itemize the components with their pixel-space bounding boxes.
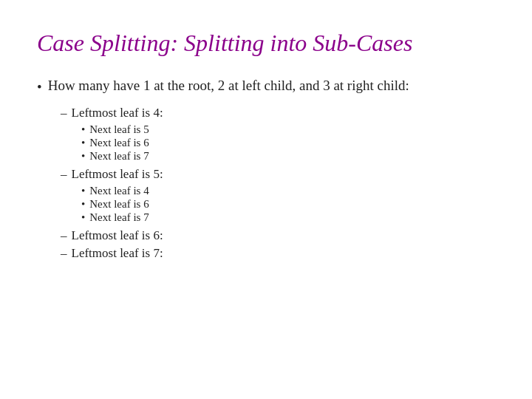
sub-cases-list: – Leftmost leaf is 4: • Next leaf is 5 •… xyxy=(61,106,495,261)
nested-bullet-text-0-0: Next leaf is 5 xyxy=(89,123,149,136)
bullet-dot-1-2: • xyxy=(81,211,85,224)
nested-bullet-text-0-1: Next leaf is 6 xyxy=(89,137,149,149)
dash-3: – xyxy=(61,246,67,261)
dash-item-1: – Leftmost leaf is 5: xyxy=(61,167,495,182)
nested-bullet-text-0-2: Next leaf is 7 xyxy=(89,150,149,163)
nested-bullets-1: • Next leaf is 4 • Next leaf is 6 • Next… xyxy=(81,185,495,224)
dash-item-2: – Leftmost leaf is 6: xyxy=(61,228,495,243)
nested-bullet-1-1: • Next leaf is 6 xyxy=(81,198,495,211)
nested-bullet-1-2: • Next leaf is 7 xyxy=(81,211,495,224)
nested-bullets-0: • Next leaf is 5 • Next leaf is 6 • Next… xyxy=(81,123,495,163)
dash-item-3: – Leftmost leaf is 7: xyxy=(61,246,495,261)
bullet-dot-0-0: • xyxy=(81,123,85,136)
dash-0: – xyxy=(61,106,67,120)
nested-bullet-0-0: • Next leaf is 5 xyxy=(81,123,495,136)
dash-item-0: – Leftmost leaf is 4: xyxy=(61,106,495,120)
main-bullet-text: How many have 1 at the root, 2 at left c… xyxy=(48,78,409,94)
leftmost-label-3: Leftmost leaf is 7: xyxy=(72,246,163,261)
bullet-dot-0-1: • xyxy=(81,137,85,149)
nested-bullet-1-0: • Next leaf is 4 xyxy=(81,185,495,197)
slide-title: Case Splitting: Splitting into Sub-Cases xyxy=(37,30,495,57)
bullet-dot-0-2: • xyxy=(81,150,85,163)
dash-2: – xyxy=(61,228,67,243)
leftmost-label-2: Leftmost leaf is 6: xyxy=(72,228,163,243)
nested-bullet-0-2: • Next leaf is 7 xyxy=(81,150,495,163)
bullet-dot-1-0: • xyxy=(81,185,85,197)
bullet-dot-1-1: • xyxy=(81,198,85,211)
main-bullet-dot: • xyxy=(37,79,42,95)
leftmost-label-1: Leftmost leaf is 5: xyxy=(72,167,163,182)
nested-bullet-0-1: • Next leaf is 6 xyxy=(81,137,495,149)
dash-1: – xyxy=(61,167,67,182)
nested-bullet-text-1-0: Next leaf is 4 xyxy=(89,185,149,197)
nested-bullet-text-1-2: Next leaf is 7 xyxy=(89,211,149,224)
slide: Case Splitting: Splitting into Sub-Cases… xyxy=(0,0,532,399)
main-bullet: • How many have 1 at the root, 2 at left… xyxy=(37,78,495,95)
nested-bullet-text-1-1: Next leaf is 6 xyxy=(89,198,149,211)
leftmost-label-0: Leftmost leaf is 4: xyxy=(72,106,163,120)
